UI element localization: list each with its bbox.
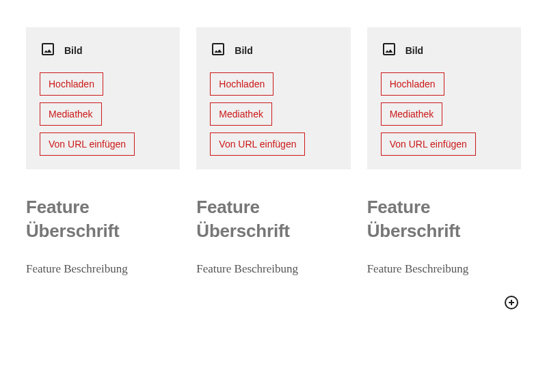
feature-column: Bild Hochladen Mediathek Von URL einfüge… [196, 27, 350, 276]
insert-from-url-button[interactable]: Von URL einfügen [40, 132, 135, 156]
feature-heading[interactable]: Feature Überschrift [26, 195, 180, 243]
placeholder-label: Bild [405, 45, 423, 56]
feature-heading[interactable]: Feature Überschrift [367, 195, 521, 243]
add-block-button[interactable] [503, 295, 520, 311]
feature-column: Bild Hochladen Mediathek Von URL einfüge… [367, 27, 521, 276]
placeholder-label: Bild [235, 45, 252, 56]
upload-button[interactable]: Hochladen [40, 72, 103, 96]
image-block-placeholder: Bild Hochladen Mediathek Von URL einfüge… [367, 27, 521, 169]
placeholder-header: Bild [40, 41, 166, 60]
insert-from-url-button[interactable]: Von URL einfügen [381, 132, 476, 156]
feature-column: Bild Hochladen Mediathek Von URL einfüge… [26, 27, 180, 276]
placeholder-header: Bild [381, 41, 507, 60]
feature-heading[interactable]: Feature Überschrift [196, 195, 350, 243]
media-library-button[interactable]: Mediathek [210, 102, 272, 126]
image-block-placeholder: Bild Hochladen Mediathek Von URL einfüge… [196, 27, 350, 169]
feature-description[interactable]: Feature Beschreibung [196, 262, 350, 276]
image-icon [381, 41, 397, 60]
insert-from-url-button[interactable]: Von URL einfügen [210, 132, 305, 156]
image-icon [40, 41, 56, 60]
placeholder-label: Bild [64, 45, 82, 56]
placeholder-header: Bild [210, 41, 336, 60]
placeholder-buttons: Hochladen Mediathek Von URL einfügen [210, 72, 336, 156]
image-block-placeholder: Bild Hochladen Mediathek Von URL einfüge… [26, 27, 180, 169]
media-library-button[interactable]: Mediathek [40, 102, 102, 126]
placeholder-buttons: Hochladen Mediathek Von URL einfügen [381, 72, 507, 156]
image-icon [210, 41, 226, 60]
upload-button[interactable]: Hochladen [381, 72, 444, 96]
feature-columns: Bild Hochladen Mediathek Von URL einfüge… [26, 27, 521, 276]
block-appender-wrap [26, 295, 521, 311]
feature-description[interactable]: Feature Beschreibung [367, 262, 521, 276]
upload-button[interactable]: Hochladen [210, 72, 274, 96]
media-library-button[interactable]: Mediathek [381, 102, 443, 126]
placeholder-buttons: Hochladen Mediathek Von URL einfügen [40, 72, 166, 156]
feature-description[interactable]: Feature Beschreibung [26, 262, 180, 276]
plus-circle-icon [503, 294, 520, 313]
